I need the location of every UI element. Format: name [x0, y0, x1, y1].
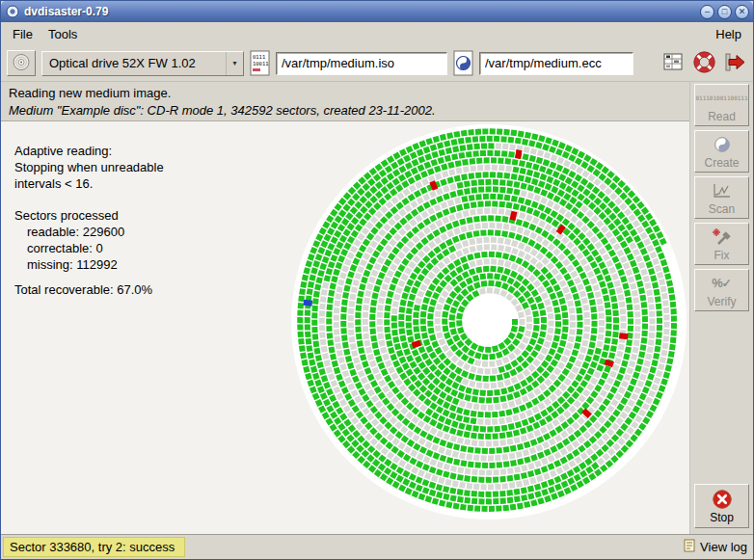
ecc-file-input[interactable] [479, 52, 633, 75]
toolbar: Optical drive 52X FW 1.02 ▼ 0111 10011 [1, 45, 753, 82]
minimize-button[interactable]: – [700, 5, 714, 19]
quit-button[interactable] [722, 50, 747, 76]
preferences-icon [662, 51, 684, 75]
drive-select-value: Optical drive 52X FW 1.02 [42, 56, 226, 70]
scan-label: Scan [709, 202, 735, 216]
sectors-processed-title: Sectors processed [14, 207, 193, 224]
fix-button[interactable]: Fix [694, 223, 749, 265]
titlebar[interactable]: dvdisaster-0.79 – □ ✕ [1, 1, 753, 22]
chart-icon [712, 180, 733, 201]
create-label: Create [704, 156, 739, 170]
preferences-button[interactable] [660, 50, 686, 76]
app-window: dvdisaster-0.79 – □ ✕ File Tools Help Op… [0, 0, 754, 560]
total-recoverable: Total recoverable: 67.0% [14, 281, 193, 298]
view-log-button[interactable]: View log [684, 539, 747, 555]
verify-button[interactable]: %✓ Verify [694, 269, 749, 311]
read-label: Read [708, 110, 736, 123]
binary-line: 01110 [695, 95, 713, 101]
status-line-action: Reading new medium image. [9, 85, 682, 102]
disc-spiral [290, 123, 687, 520]
content-area: Reading new medium image. Medium "Exampl… [1, 82, 753, 534]
menu-tools[interactable]: Tools [40, 24, 85, 44]
verify-icon: %✓ [712, 273, 732, 294]
check-glyph: ✓ [722, 277, 732, 290]
iso-file-icon: 0111 10011 [250, 50, 270, 76]
hammer-icon [712, 227, 733, 248]
drive-icon [12, 53, 31, 74]
image-file-input[interactable] [276, 52, 447, 75]
close-button[interactable]: ✕ [735, 5, 749, 19]
stop-label: Stop [710, 511, 734, 524]
binary-line: 10011 [713, 95, 730, 101]
drive-button[interactable] [7, 50, 36, 76]
iso-icon-text: 10011 [253, 61, 269, 67]
adaptive-reading-title: Adaptive reading: [14, 143, 193, 159]
create-button[interactable]: Create [694, 130, 749, 173]
reading-info: Adaptive reading: Stopping when unreadab… [14, 143, 193, 298]
stop-icon [712, 489, 733, 510]
read-button[interactable]: 01110 10011 00111 Read [694, 84, 749, 126]
correctable-count: correctable: 0 [14, 240, 193, 256]
log-icon [684, 539, 696, 555]
window-title: dvdisaster-0.79 [24, 5, 697, 18]
fix-label: Fix [714, 249, 730, 262]
drive-select[interactable]: Optical drive 52X FW 1.02 ▼ [41, 51, 244, 76]
help-button[interactable] [691, 50, 716, 76]
ecc-file-icon [453, 50, 473, 76]
statusbar: Sector 333680, try 2: success View log [1, 534, 753, 559]
iso-icon-text: 0111 [253, 54, 265, 60]
status-line-medium: Medium "Example disc": CD-R mode 1, 3425… [9, 102, 682, 120]
chevron-down-icon: ▼ [226, 52, 243, 75]
maximize-button[interactable]: □ [717, 5, 732, 19]
stopping-condition: Stopping when unreadable intervals < 16. [14, 159, 183, 192]
scan-button[interactable]: Scan [694, 176, 749, 219]
verify-label: Verify [707, 295, 736, 308]
menu-file[interactable]: File [5, 24, 40, 44]
binary-line: 00111 [731, 95, 748, 101]
menubar: File Tools Help [1, 22, 753, 45]
lifebuoy-icon [693, 51, 715, 76]
binary-icon: 01110 10011 00111 [695, 88, 747, 109]
reading-panel: Adaptive reading: Stopping when unreadab… [1, 120, 689, 534]
status-header: Reading new medium image. Medium "Exampl… [1, 82, 689, 120]
status-message: Sector 333680, try 2: success [3, 537, 185, 557]
stop-button[interactable]: Stop [694, 484, 749, 528]
ecc-logo-icon [713, 134, 732, 155]
readable-count: readable: 229600 [14, 224, 193, 240]
app-icon [5, 4, 20, 19]
view-log-label: View log [700, 540, 747, 554]
action-sidebar: 01110 10011 00111 Read Create [689, 82, 753, 534]
missing-count: missing: 112992 [14, 256, 193, 273]
exit-arrow-icon [724, 51, 746, 76]
menu-help[interactable]: Help [708, 24, 749, 44]
